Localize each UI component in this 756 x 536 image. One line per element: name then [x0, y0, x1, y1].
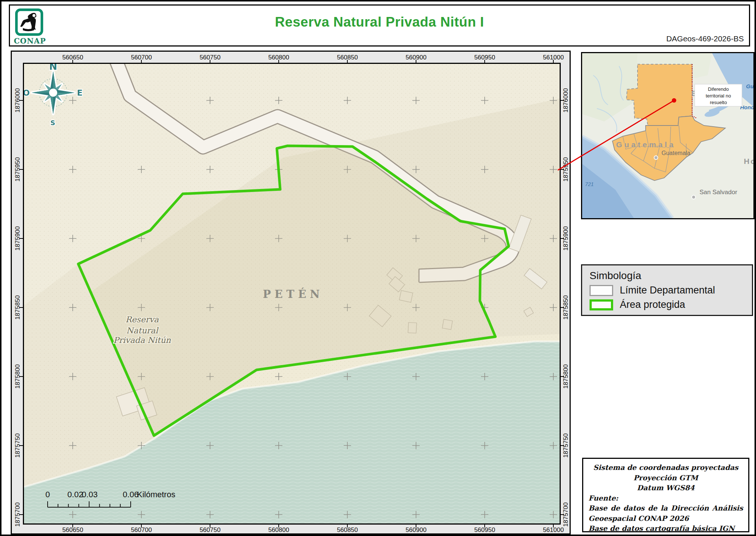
compass-e: E: [77, 88, 82, 97]
easting-label-bottom: 560650: [62, 526, 83, 534]
axis-tick: [561, 445, 564, 446]
axis-tick: [210, 524, 210, 528]
axis-tick: [278, 60, 279, 63]
projection-line: Proyección GTM: [588, 473, 743, 483]
axis-tick: [561, 100, 564, 101]
honduras-partial-label: Ho: [744, 157, 753, 165]
capital-dot: [654, 156, 658, 159]
easting-label-bottom: 560950: [474, 526, 495, 534]
source-label: Fuente:: [588, 493, 743, 504]
map-frame: N E O S PETÉN Reserva Natural Privada Ni…: [11, 51, 571, 535]
axis-tick: [210, 60, 210, 63]
legend-item-label: Límite Departamental: [620, 285, 715, 296]
legend-item-departmental: Límite Departamental: [590, 285, 745, 296]
department-label: PETÉN: [263, 288, 323, 300]
axis-tick: [553, 60, 554, 63]
axis-tick: [347, 524, 348, 528]
scale-tick-label: 0.06: [123, 490, 139, 499]
map-graphic: N E O S PETÉN Reserva Natural Privada Ni…: [24, 64, 560, 523]
axis-tick: [561, 514, 564, 515]
caribbean-partial-label: Gu: [746, 83, 753, 89]
crs-line: Sistema de coordenadas proyectadas: [588, 463, 743, 473]
depth-label: 721: [585, 181, 594, 187]
axis-tick: [553, 524, 554, 528]
note-line2: territorial no: [706, 93, 731, 99]
inset-country-label: Guatemala: [616, 140, 676, 149]
map-info-box: Sistema de coordenadas proyectadas Proye…: [582, 458, 749, 532]
axis-tick: [72, 524, 73, 528]
inset-capital-label: Guatemala: [662, 150, 690, 156]
axis-tick: [72, 60, 73, 63]
conap-logo-icon: [15, 8, 43, 36]
axis-tick: [20, 169, 23, 170]
svg-text:Reserva: Reserva: [126, 315, 159, 324]
compass-n: N: [49, 64, 57, 72]
protected-area-swatch: [590, 299, 613, 310]
axis-tick: [561, 238, 564, 239]
easting-label-bottom: 560900: [406, 526, 427, 534]
scale-tick-label: 0.02: [68, 490, 83, 499]
inset-locator-map: Guatemala Guatemala San Salvador 721 B G…: [581, 52, 755, 219]
page-title: Reserva Natural Privada Nitún I: [275, 14, 484, 30]
axis-tick: [20, 514, 23, 515]
scale-tick-label: 0: [45, 490, 50, 499]
axis-tick: [416, 524, 416, 528]
note-line3: resuelto: [710, 100, 727, 105]
axis-tick: [416, 60, 416, 63]
header: CONAP Reserva Natural Privada Nitún I DA…: [9, 4, 750, 47]
axis-tick: [484, 60, 485, 63]
scale-unit: Kilómetros: [137, 490, 175, 499]
axis-tick: [20, 238, 23, 239]
axis-tick: [20, 100, 23, 101]
territorial-note: Diferendo territorial no resuelto: [695, 84, 742, 106]
easting-label-bottom: 560750: [200, 526, 221, 534]
axis-tick: [141, 524, 142, 528]
note-line1: Diferendo: [708, 86, 729, 92]
map-canvas: N E O S PETÉN Reserva Natural Privada Ni…: [23, 63, 561, 525]
conap-logo-text: CONAP: [12, 37, 48, 45]
inset-graphic: Guatemala Guatemala San Salvador 721 B G…: [582, 53, 753, 218]
departmental-limit-swatch: [590, 285, 613, 296]
legend-item-label: Área protegida: [620, 299, 685, 310]
legend-item-protected: Área protegida: [590, 299, 745, 310]
axis-tick: [20, 307, 23, 308]
svg-text:Natural: Natural: [126, 326, 159, 335]
axis-tick: [561, 169, 564, 170]
source-line-2: Base de datos cartografía básica IGN 201…: [588, 523, 743, 536]
legend: Simbología Límite Departamental Área pro…: [581, 264, 753, 316]
axis-tick: [561, 376, 564, 377]
compass-w: O: [24, 88, 30, 97]
axis-tick: [484, 524, 485, 528]
datum-line: Datum WGS84: [588, 483, 743, 493]
map-sheet: CONAP Reserva Natural Privada Nitún I DA…: [0, 0, 756, 536]
monkey-logo-icon: [18, 11, 41, 33]
svg-text:Privada Nitún: Privada Nitún: [113, 336, 171, 345]
document-code: DAGeos-469-2026-BS: [666, 34, 744, 43]
axis-tick: [141, 60, 142, 63]
easting-label-bottom: 561000: [543, 526, 564, 534]
easting-label-bottom: 560700: [131, 526, 152, 534]
legend-title: Simbología: [590, 270, 745, 282]
city-dot: [692, 195, 695, 199]
easting-label-bottom: 560800: [268, 526, 289, 534]
scale-tick-label: 0.03: [82, 490, 98, 499]
axis-tick: [347, 60, 348, 63]
compass-s: S: [51, 119, 55, 127]
axis-tick: [20, 445, 23, 446]
easting-label-bottom: 560850: [337, 526, 358, 534]
source-line-1: Base de datos de la Dirección Análisis G…: [588, 503, 743, 523]
axis-tick: [561, 307, 564, 308]
inset-city-label: San Salvador: [700, 189, 737, 196]
axis-tick: [20, 376, 23, 377]
axis-tick: [278, 524, 279, 528]
